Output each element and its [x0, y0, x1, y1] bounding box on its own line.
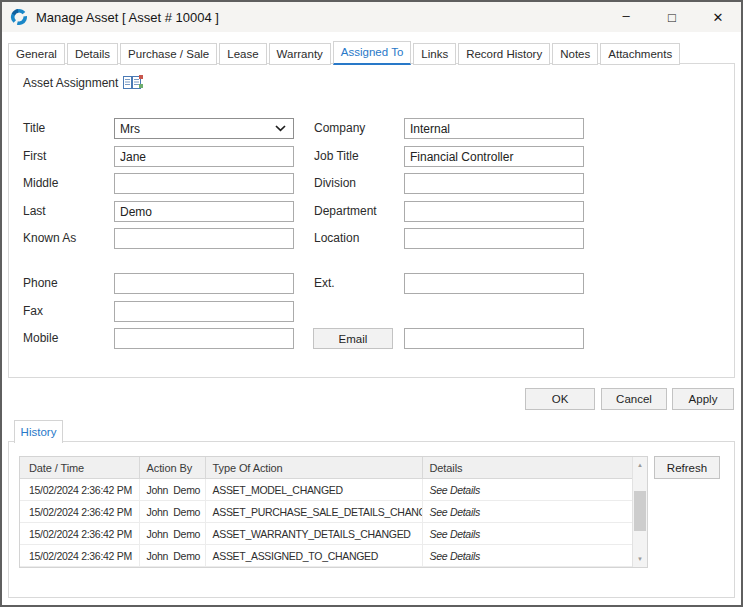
mobile-label: Mobile	[23, 328, 58, 349]
mobile-input[interactable]	[114, 328, 294, 349]
minimize-button[interactable]: –	[603, 2, 649, 32]
apply-button[interactable]: Apply	[672, 388, 734, 410]
ext-input[interactable]	[404, 273, 584, 294]
scrollbar-thumb[interactable]	[634, 491, 646, 531]
scroll-up-icon[interactable]: ▲	[633, 458, 647, 472]
location-input[interactable]	[404, 228, 584, 249]
see-details-link[interactable]: See Details	[422, 523, 632, 545]
close-button[interactable]: ✕	[695, 2, 741, 32]
phone-label: Phone	[23, 273, 58, 294]
tab-notes[interactable]: Notes	[552, 43, 598, 65]
col-action-by[interactable]: Action By	[139, 457, 205, 479]
history-row[interactable]: 15/02/2024 2:36:42 PM John Demo ASSET_MO…	[20, 479, 632, 501]
col-date-time[interactable]: Date / Time	[20, 457, 139, 479]
chevron-down-icon	[275, 125, 286, 132]
location-label: Location	[314, 228, 359, 249]
maximize-button[interactable]: □	[649, 2, 695, 32]
minimize-icon: –	[622, 8, 629, 23]
last-label: Last	[23, 201, 46, 222]
tab-links[interactable]: Links	[413, 43, 456, 65]
tab-attachments[interactable]: Attachments	[600, 43, 680, 65]
history-row[interactable]: 15/02/2024 2:36:42 PM John Demo ASSET_AS…	[20, 545, 632, 567]
title-select-value: Mrs	[120, 122, 140, 136]
title-label: Title	[23, 118, 45, 139]
cell-type: ASSET_PURCHASE_SALE_DETAILS_CHANGED	[205, 501, 422, 523]
fax-input[interactable]	[114, 301, 294, 322]
cancel-button[interactable]: Cancel	[601, 388, 667, 410]
fax-label: Fax	[23, 301, 43, 322]
see-details-link[interactable]: See Details	[422, 479, 632, 501]
tab-record-history[interactable]: Record History	[458, 43, 550, 65]
known-as-input[interactable]	[114, 228, 294, 249]
tab-assigned-to[interactable]: Assigned To	[333, 41, 411, 65]
cell-type: ASSET_MODEL_CHANGED	[205, 479, 422, 501]
department-label: Department	[314, 201, 377, 222]
assigned-to-panel: Asset Assignment Title Mrs First	[8, 63, 735, 378]
cell-action-by: John Demo	[139, 545, 205, 567]
cell-type: ASSET_ASSIGNED_TO_CHANGED	[205, 545, 422, 567]
cell-action-by: John Demo	[139, 479, 205, 501]
window-controls: – □ ✕	[603, 2, 741, 32]
cell-action-by: John Demo	[139, 501, 205, 523]
vertical-scrollbar[interactable]: ▲ ▼	[632, 457, 647, 567]
window-title: Manage Asset [ Asset # 10004 ]	[36, 10, 219, 25]
tab-details[interactable]: Details	[67, 43, 118, 65]
cell-datetime: 15/02/2024 2:36:42 PM	[20, 479, 139, 501]
cell-datetime: 15/02/2024 2:36:42 PM	[20, 545, 139, 567]
cell-action-by: John Demo	[139, 523, 205, 545]
ext-label: Ext.	[314, 273, 335, 294]
manage-asset-window: Manage Asset [ Asset # 10004 ] – □ ✕ Gen…	[0, 0, 743, 607]
tab-strip: General Details Purchase / Sale Lease Wa…	[8, 40, 682, 65]
phone-input[interactable]	[114, 273, 294, 294]
history-header-row: Date / Time Action By Type Of Action Det…	[20, 457, 632, 479]
scroll-down-icon[interactable]: ▼	[633, 552, 647, 566]
history-row[interactable]: 15/02/2024 2:36:42 PM John Demo ASSET_WA…	[20, 523, 632, 545]
first-input[interactable]	[114, 146, 294, 167]
refresh-button[interactable]: Refresh	[654, 456, 720, 479]
tab-warranty[interactable]: Warranty	[269, 43, 331, 65]
last-input[interactable]	[114, 201, 294, 222]
email-input[interactable]	[404, 328, 584, 349]
title-select[interactable]: Mrs	[114, 118, 294, 139]
company-label: Company	[314, 118, 365, 139]
contact-book-icon[interactable]	[123, 75, 143, 90]
cell-type: ASSET_WARRANTY_DETAILS_CHANGED	[205, 523, 422, 545]
department-input[interactable]	[404, 201, 584, 222]
close-icon: ✕	[713, 10, 724, 25]
tab-purchase-sale[interactable]: Purchase / Sale	[120, 43, 217, 65]
division-input[interactable]	[404, 173, 584, 194]
middle-label: Middle	[23, 173, 58, 194]
see-details-link[interactable]: See Details	[422, 545, 632, 567]
col-type-of-action[interactable]: Type Of Action	[205, 457, 422, 479]
middle-input[interactable]	[114, 173, 294, 194]
job-title-label: Job Title	[314, 146, 359, 167]
tab-history[interactable]: History	[14, 420, 63, 443]
job-title-input[interactable]	[404, 146, 584, 167]
history-table: Date / Time Action By Type Of Action Det…	[19, 456, 648, 568]
col-details[interactable]: Details	[422, 457, 632, 479]
email-button[interactable]: Email	[313, 328, 393, 349]
maximize-icon: □	[668, 10, 676, 25]
tab-lease[interactable]: Lease	[219, 43, 266, 65]
see-details-link[interactable]: See Details	[422, 501, 632, 523]
ok-button[interactable]: OK	[525, 388, 595, 410]
division-label: Division	[314, 173, 356, 194]
known-as-label: Known As	[23, 228, 76, 249]
history-row[interactable]: 15/02/2024 2:36:42 PM John Demo ASSET_PU…	[20, 501, 632, 523]
cell-datetime: 15/02/2024 2:36:42 PM	[20, 501, 139, 523]
tab-general[interactable]: General	[8, 43, 65, 65]
cell-datetime: 15/02/2024 2:36:42 PM	[20, 523, 139, 545]
history-panel: Date / Time Action By Type Of Action Det…	[8, 441, 735, 598]
asset-assignment-label: Asset Assignment	[23, 75, 143, 90]
first-label: First	[23, 146, 46, 167]
company-input[interactable]	[404, 118, 584, 139]
titlebar: Manage Asset [ Asset # 10004 ] – □ ✕	[2, 2, 741, 32]
app-icon	[10, 8, 28, 26]
